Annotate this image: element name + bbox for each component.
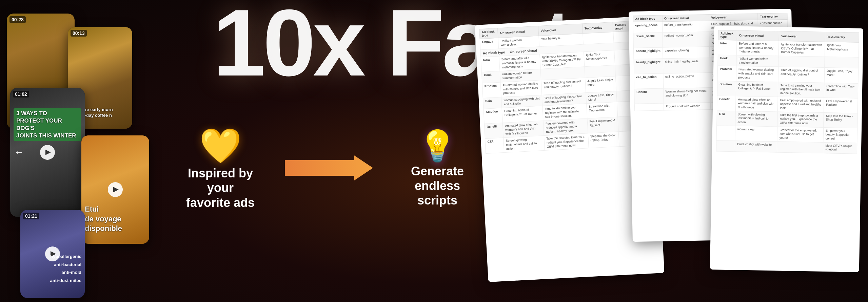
row-label: Engage (480, 38, 499, 50)
row-text (825, 57, 859, 68)
row-voiceover: Time to streamline your regimen with the… (778, 82, 824, 98)
row-text: Ignite Your Metamorphosis (825, 42, 859, 57)
row-label (716, 141, 735, 152)
row-voiceover: Tired of juggling diet control and beaut… (778, 67, 824, 82)
phone-card-5[interactable]: 01:21 hypoallergenicanti-bacterialanti-m… (20, 210, 85, 298)
row-label: Hook (481, 71, 500, 83)
timestamp-3: 01:02 (13, 91, 29, 98)
row-label: benefit_highlight (633, 47, 663, 59)
row-label: Hook (718, 55, 736, 66)
row-label: beauty_highlight (634, 59, 663, 74)
arrow-left-icon: ← (14, 147, 24, 158)
row-voiceover: Ignite your transformation with OBVI's C… (540, 52, 585, 69)
row-label: Intro (481, 56, 500, 72)
play-button-4[interactable] (108, 182, 123, 197)
row-visual: Animated glow effect on woman's hair and… (735, 96, 778, 111)
row-text (583, 32, 614, 44)
row-voiceover (777, 142, 823, 153)
row-label (634, 103, 664, 111)
row-label: Solution (484, 108, 503, 124)
row-visual: Woman showcasing her toned and glowing s… (663, 88, 710, 103)
row-text: Juggle Less, Enjoy More! (585, 76, 616, 93)
row-visual: Product shot with website (664, 103, 711, 110)
center-section: 💛 Inspired by your favorite ads (163, 0, 495, 302)
row-voiceover: Ignite your transformation with OBVI's C… (779, 41, 825, 57)
row-visual: Product shot with website (735, 141, 777, 153)
row-visual: Frustrated woman dealing with snacks and… (500, 80, 542, 97)
inspired-label: 💛 Inspired by your favorite ads (176, 126, 264, 210)
row-voiceover: Take the first step towards a radiant yo… (777, 112, 824, 127)
doc-table-3: Ad block type On-screen visual Voice-ove… (716, 30, 859, 154)
row-voiceover: Time to streamline your regimen with the… (542, 104, 587, 121)
timestamp-2: 00:13 (71, 30, 87, 37)
row-label: Intro (718, 40, 737, 55)
row-voiceover: Feel empowered with reduced appetite and… (543, 118, 588, 136)
center-content: 💛 Inspired by your favorite ads (176, 126, 481, 210)
card-list-5: hypoallergenicanti-bacterialanti-moldant… (50, 253, 81, 284)
row-label: Benefit (717, 95, 736, 111)
col-header: Ad block type (479, 28, 498, 39)
row-label: Benefit (634, 88, 664, 104)
col-header: Ad block type (718, 30, 737, 40)
generate-label: 💡 Generate endless scripts (393, 128, 481, 208)
col-header: Voice-over (709, 14, 758, 21)
row-label: Problem (482, 82, 501, 98)
doc-table-1: Ad block type On-screen visual Voice-ove… (479, 20, 654, 154)
row-text: Juggle Less, Enjoy More! (824, 68, 859, 83)
row-visual: Before and after of a woman's fitness & … (499, 54, 540, 71)
col-header: Text-overlay (582, 22, 613, 34)
row-text: Empower your beauty & appetite control (823, 127, 857, 143)
row-label: CTA (485, 138, 505, 154)
row-visual: Screen glowing testimonials and call to … (504, 136, 545, 153)
row-text (584, 65, 615, 78)
row-label: CTA (717, 111, 736, 126)
arrow-icon (285, 154, 373, 181)
row-text: Step Into the Glow - Shop Today (824, 112, 858, 128)
row-voiceover (778, 56, 825, 68)
row-visual: Before and after of a woman's fitness & … (736, 40, 779, 56)
row-visual: Frustrated woman dealing with snacks and… (736, 66, 778, 82)
inspired-text: Inspired by your favorite ads (176, 166, 264, 210)
row-visual: Gleaming bottle of Collagenic™ Fat Burne… (736, 81, 778, 96)
row-voiceover: Tired of juggling diet control and beaut… (541, 78, 586, 95)
row-label (716, 126, 735, 141)
row-text: Meet OBVI's unique solution! (823, 142, 857, 154)
row-voiceover: Take the first step towards a radiant yo… (544, 133, 589, 151)
card-overlay-3: 3 WAYS TOPROTECT YOUR DOG'SJOINTS THIS W… (14, 108, 81, 141)
timestamp-1: 00:28 (9, 16, 26, 23)
row-visual: capsules_glowing (663, 47, 710, 59)
heart-icon: 💛 (176, 126, 264, 166)
docs-area: Ad block type On-screen visual Voice-ove… (495, 0, 868, 302)
row-text: Streamline with Two-in-One (586, 102, 617, 118)
center-row: 💛 Inspired by your favorite ads (176, 126, 481, 210)
row-label: Problem (717, 66, 736, 81)
row-label: call_to_action (634, 73, 663, 89)
row-text: Juggle Less, Enjoy More! (586, 91, 617, 104)
row-camera (613, 31, 631, 43)
row-text: Streamline with Two-in-One (824, 83, 858, 98)
phone-card-3[interactable]: 01:02 ← 3 WAYS TOPROTECT YOUR DOG'SJOINT… (10, 88, 85, 217)
phone-card-4[interactable]: Etuide voyagedisponible (81, 135, 149, 244)
row-visual: before_transformation (662, 21, 709, 33)
generate-text: Generate endless scripts (393, 164, 481, 208)
row-label: opening_scene (633, 22, 662, 33)
row-text: Feel Empowered & Radiant (824, 98, 858, 113)
col-header: Camera angle (613, 21, 631, 32)
timestamp-5: 01:21 (23, 213, 39, 219)
row-visual: Screen with glowing testimonials and cal… (735, 111, 778, 126)
col-header: Ad block type (633, 15, 662, 22)
col-header: Text-overlay (758, 13, 787, 20)
row-visual: shiny_hair_healthy_nails (663, 58, 710, 73)
phones-area: 00:28 00:13 No more early mornor mid-day… (0, 0, 170, 302)
row-voiceover: Feel empowered with reduced appetite and… (778, 97, 824, 112)
row-label: Benefit (484, 123, 504, 139)
doc-card-3: Ad block type On-screen visual Voice-ove… (710, 26, 863, 272)
row-label: Pain (483, 97, 502, 109)
lightbulb-icon: 💡 (393, 128, 481, 164)
play-button-3[interactable] (40, 145, 55, 160)
row-voiceover: Crafted for the empowered, look with OBV… (777, 127, 823, 142)
col-header: Voice-over (779, 31, 825, 42)
row-visual: radiant woman before transformation (736, 55, 779, 67)
row-text: Ignite Your Metamorphosis (584, 50, 615, 67)
col-header: On-screen visual (737, 30, 779, 41)
